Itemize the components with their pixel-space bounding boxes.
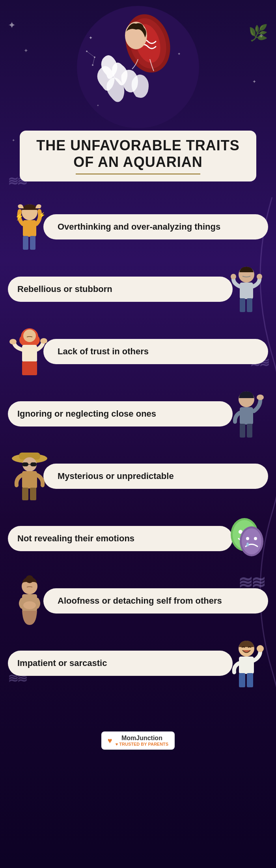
svg-rect-36 [240,424,245,438]
svg-text:⚡: ⚡ [15,212,24,221]
svg-rect-41 [22,462,28,466]
trait-text-7: Aloofness or detaching self from others [58,595,257,607]
trait-pill-1: Overthinking and over-analyzing things [43,214,268,240]
svg-text:✦: ✦ [177,52,181,56]
trait-item-5: Mysterious or unpredictable [8,451,268,502]
logo-heart-icon: ♥ [108,736,112,745]
trait-text-1: Overthinking and over-analyzing things [58,221,257,233]
svg-rect-25 [247,298,252,312]
trait-item-3: Lack of trust in others [8,326,268,377]
svg-point-11 [86,51,88,52]
svg-point-23 [257,274,262,279]
figure-trust [8,326,51,377]
trait-item-6: Not revealing their emotions [8,513,268,564]
svg-text:⚡: ⚡ [39,212,46,219]
trait-pill-6: Not revealing their emotions [8,526,233,552]
svg-point-52 [242,528,261,554]
svg-point-35 [257,395,264,400]
figure-mysterious [8,451,51,502]
svg-point-30 [9,339,17,344]
trait-text-4: Ignoring or neglecting close ones [17,408,218,420]
traits-section: ⚡ ⚡ Overthinking and over-analyzing thin… [0,189,276,724]
svg-point-31 [40,338,47,344]
trait-text-6: Not revealing their emotions [17,533,218,544]
svg-point-62 [257,645,264,652]
footer-logo-text: MomJunction [116,735,168,742]
svg-rect-44 [22,471,37,488]
svg-rect-24 [240,298,245,312]
title-box: THE UNFAVORABLE TRAITS OF AN AQUARIAN [20,131,256,181]
trait-pill-3: Lack of trust in others [43,339,268,365]
figure-emotions [225,513,268,564]
trait-text-2: Rebellious or stubborn [17,284,218,295]
trait-pill-7: Aloofness or detaching self from others [43,588,268,614]
trait-pill-4: Ignoring or neglecting close ones [8,401,233,427]
title-line2: OF AN AQUARIAN [34,153,242,170]
aquarius-emblem: ✦ ✦ ✦ [75,4,201,130]
svg-point-54 [254,537,257,540]
svg-rect-45 [22,488,28,500]
figure-impatient [225,638,268,689]
footer-logo: ♥ MomJunction ♥ TRUSTED BY PARENTS [101,731,175,750]
figure-ignoring [225,388,268,440]
svg-point-57 [26,575,34,583]
trait-item-2: Rebellious or stubborn [8,264,268,315]
trait-item-8: Impatient or sarcastic [8,638,268,689]
svg-text:✦: ✦ [89,35,93,41]
trait-pill-8: Impatient or sarcastic [8,651,233,676]
footer-logo-sub: ♥ TRUSTED BY PARENTS [116,742,168,746]
title-line1: THE UNFAVORABLE TRAITS [34,138,242,153]
svg-rect-15 [23,220,36,237]
figure-rebellious [225,264,268,315]
svg-rect-21 [240,282,253,299]
svg-point-53 [246,537,249,540]
svg-rect-42 [30,462,37,466]
trait-text-3: Lack of trust in others [58,346,257,357]
svg-point-13 [92,64,93,66]
svg-rect-64 [247,673,253,687]
svg-point-55 [246,542,249,546]
figure-aloof [8,575,51,627]
svg-rect-16 [23,236,28,250]
trait-item-4: Ignoring or neglecting close ones [8,388,268,440]
svg-rect-37 [247,424,252,438]
trait-item-7: Aloofness or detaching self from others [8,575,268,627]
trait-text-5: Mysterious or unpredictable [58,471,257,482]
svg-point-22 [231,274,236,279]
header-section: ✦ ✦ ✦ THE UNFAVORABLE TRAITS OF AN AQUAR… [0,0,276,189]
trait-pill-5: Mysterious or unpredictable [43,464,268,489]
svg-rect-61 [239,657,254,674]
trait-pill-2: Rebellious or stubborn [8,277,233,302]
svg-rect-46 [30,488,36,500]
svg-rect-29 [22,345,37,362]
svg-rect-34 [240,407,253,425]
svg-text:✦: ✦ [97,104,99,107]
svg-point-59 [23,601,36,609]
svg-rect-63 [239,673,245,687]
trait-text-8: Impatient or sarcastic [17,658,218,669]
trait-item-1: ⚡ ⚡ Overthinking and over-analyzing thin… [8,201,268,253]
figure-overthinking: ⚡ ⚡ [8,201,51,253]
svg-point-12 [94,56,95,58]
svg-rect-17 [30,236,35,250]
title-divider [76,174,201,174]
footer: ♥ MomJunction ♥ TRUSTED BY PARENTS [0,724,276,758]
svg-point-28 [23,329,36,342]
svg-rect-32 [22,361,37,375]
